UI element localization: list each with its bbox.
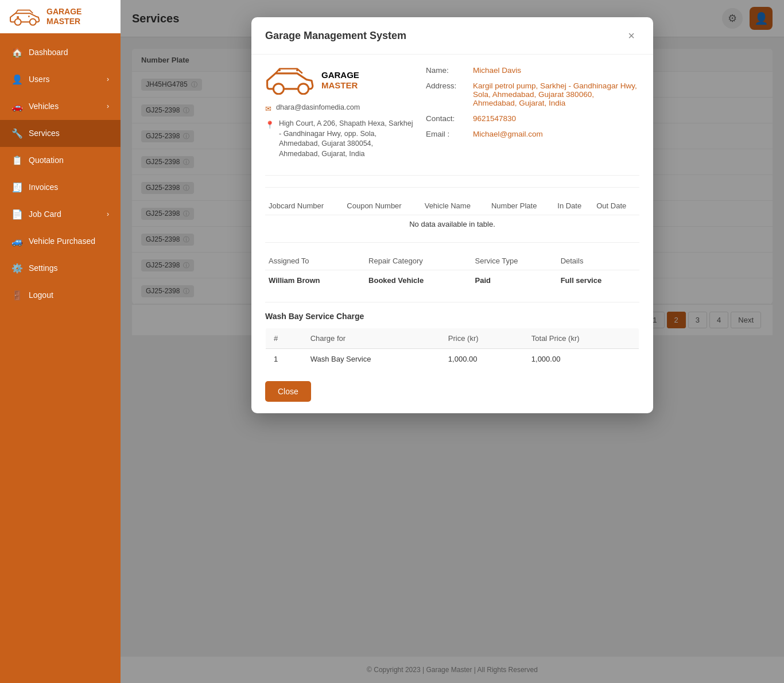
modal-close-button[interactable]: × — [623, 28, 639, 44]
modal-company-email: ✉ dhara@dasinfomedia.com — [265, 103, 414, 114]
col-vehicle-name: Vehicle Name — [421, 197, 488, 215]
car-logo-icon — [9, 7, 41, 26]
modal-header: Garage Management System × — [251, 17, 653, 55]
modal-info-section: GARAGE MASTER ✉ dhara@dasinfomedia.com 📍… — [265, 66, 639, 176]
svg-point-3 — [28, 15, 30, 17]
sidebar-item-quotation[interactable]: 📋 Quotation — [0, 147, 121, 174]
sidebar-item-label: Vehicles — [29, 102, 59, 111]
customer-name-value: Michael Davis — [473, 66, 521, 75]
services-icon: 🔧 — [11, 128, 22, 139]
customer-address-value: Kargil petrol pump, Sarkhej - Gandhinaga… — [473, 82, 639, 107]
service-type-value: Paid — [472, 270, 557, 291]
customer-contact-row: Contact: 9621547830 — [426, 114, 639, 123]
modal-customer-info: Name: Michael Davis Address: Kargil petr… — [426, 66, 639, 164]
sidebar-item-label: Settings — [29, 263, 58, 273]
logout-icon: 🚪 — [11, 290, 22, 301]
customer-email-row: Email : Michael@gmail.com — [426, 130, 639, 138]
sidebar-item-label: Vehicle Purchased — [29, 236, 95, 246]
col-number-plate: Number Plate — [488, 197, 554, 215]
section-divider-3 — [265, 302, 639, 302]
col-coupon-number: Coupon Number — [343, 197, 421, 215]
section-divider-2 — [265, 242, 639, 243]
chevron-right-icon: › — [107, 75, 109, 83]
email-label: Email : — [426, 130, 466, 138]
modal-title: Garage Management System — [265, 30, 406, 42]
vehicle-purchased-icon: 🚙 — [11, 236, 22, 247]
sidebar-item-label: Job Card — [29, 209, 61, 219]
svg-point-7 — [296, 69, 298, 72]
sidebar-item-settings[interactable]: ⚙️ Settings — [0, 255, 121, 282]
sidebar-item-label: Quotation — [29, 156, 64, 165]
sidebar-item-dashboard[interactable]: 🏠 Dashboard — [0, 39, 121, 66]
sidebar-item-users[interactable]: 👤 Users › — [0, 66, 121, 93]
name-label: Name: — [426, 66, 466, 75]
settings-icon: ⚙️ — [11, 263, 22, 274]
col-service-type: Service Type — [472, 252, 557, 270]
modal-car-logo-icon — [265, 66, 317, 95]
location-icon: 📍 — [265, 120, 274, 130]
sidebar-item-label: Logout — [29, 290, 53, 300]
col-out-date: Out Date — [593, 197, 639, 215]
col-jobcard-number: Jobcard Number — [265, 197, 343, 215]
sidebar-item-label: Invoices — [29, 183, 58, 192]
dashboard-icon: 🏠 — [11, 47, 22, 58]
charge-row: 1 Wash Bay Service 1,000.00 1,000.00 — [266, 349, 639, 370]
modal-company-address: 📍 High Court, A 206, Shapath Hexa, Sarkh… — [265, 119, 414, 159]
sidebar-item-vehicles[interactable]: 🚗 Vehicles › — [0, 93, 121, 120]
vehicles-icon: 🚗 — [11, 101, 22, 112]
users-icon: 👤 — [11, 74, 22, 85]
svg-point-1 — [30, 19, 36, 25]
chevron-right-icon: › — [107, 102, 109, 110]
svg-point-6 — [278, 69, 281, 72]
sidebar-item-vehicle-purchased[interactable]: 🚙 Vehicle Purchased — [0, 228, 121, 255]
garage-management-modal: Garage Management System × — [251, 17, 653, 413]
assigned-to-value: William Brown — [265, 270, 365, 291]
total-price-value: 1,000.00 — [523, 349, 639, 370]
sidebar-item-invoices[interactable]: 🧾 Invoices — [0, 174, 121, 201]
section-divider — [265, 187, 639, 188]
price-value: 1,000.00 — [440, 349, 523, 370]
svg-point-0 — [15, 19, 21, 25]
sidebar: GARAGE MASTER 🏠 Dashboard 👤 Users › 🚗 Ve… — [0, 0, 121, 683]
service-details-table: Assigned To Repair Category Service Type… — [265, 252, 639, 290]
email-icon: ✉ — [265, 104, 271, 114]
sidebar-item-services[interactable]: 🔧 Services — [0, 120, 121, 147]
jobcard-table: Jobcard Number Coupon Number Vehicle Nam… — [265, 197, 639, 233]
modal-body: GARAGE MASTER ✉ dhara@dasinfomedia.com 📍… — [251, 55, 653, 413]
modal-company-area: GARAGE MASTER ✉ dhara@dasinfomedia.com 📍… — [265, 66, 414, 164]
customer-email-value: Michael@gmail.com — [473, 130, 543, 138]
col-hash: # — [266, 328, 302, 349]
sidebar-item-label: Dashboard — [29, 48, 68, 57]
wash-bay-title: Wash Bay Service Charge — [265, 312, 639, 321]
details-value: Full service — [557, 270, 639, 291]
modal-overlay: Garage Management System × — [121, 0, 784, 683]
charge-num: 1 — [266, 349, 302, 370]
customer-contact-value: 9621547830 — [473, 114, 516, 123]
col-details: Details — [557, 252, 639, 270]
job-card-icon: 📄 — [11, 209, 22, 220]
col-in-date: In Date — [554, 197, 593, 215]
repair-category-value: Booked Vehicle — [365, 270, 471, 291]
col-repair-category: Repair Category — [365, 252, 471, 270]
col-price: Price (kr) — [440, 328, 523, 349]
close-modal-button[interactable]: Close — [265, 381, 311, 402]
col-assigned-to: Assigned To — [265, 252, 365, 270]
contact-label: Contact: — [426, 114, 466, 123]
sidebar-item-logout[interactable]: 🚪 Logout — [0, 282, 121, 309]
modal-brand-name: GARAGE MASTER — [321, 70, 359, 91]
main-content: Services ⚙ 👤 Number Plate Action — [121, 0, 784, 683]
col-charge-for: Charge for — [302, 328, 440, 349]
customer-name-row: Name: Michael Davis — [426, 66, 639, 75]
charge-for-value: Wash Bay Service — [302, 349, 440, 370]
svg-point-5 — [298, 84, 309, 94]
sidebar-item-job-card[interactable]: 📄 Job Card › — [0, 201, 121, 228]
quotation-icon: 📋 — [11, 155, 22, 166]
sidebar-logo: GARAGE MASTER — [0, 0, 121, 33]
sidebar-item-label: Users — [29, 75, 50, 84]
address-label: Address: — [426, 82, 466, 107]
modal-logo: GARAGE MASTER — [265, 66, 414, 95]
svg-point-4 — [273, 84, 284, 94]
chevron-right-icon: › — [107, 210, 109, 218]
service-row: William Brown Booked Vehicle Paid Full s… — [265, 270, 639, 291]
svg-point-2 — [17, 16, 19, 18]
